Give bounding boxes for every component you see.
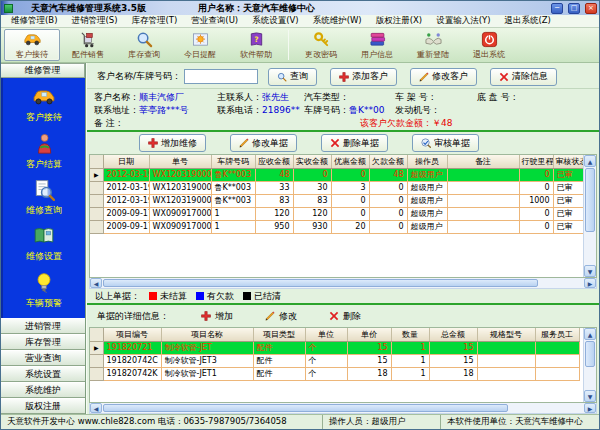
sidebar-item-3[interactable]: 维修查询 xyxy=(26,179,62,217)
toolbar-button-8[interactable]: 重新登陆 xyxy=(405,29,461,61)
row-selector[interactable]: ▶ xyxy=(90,168,103,181)
toolbar-button-6[interactable]: 更改密码 xyxy=(293,29,349,61)
menu-item[interactable]: 营业查询(U) xyxy=(184,15,245,27)
sidebar-item-4[interactable]: 维修设置 xyxy=(26,225,62,263)
sidebar-button-1[interactable]: 进销管理 xyxy=(1,318,85,334)
column-header[interactable]: 实收金额 xyxy=(293,155,331,168)
detail-action-3-button[interactable]: 删除 xyxy=(329,310,361,323)
details-horizontal-scrollbar[interactable]: ◀ ▶ xyxy=(89,403,597,414)
search-action-3-button[interactable]: 修改客户 xyxy=(410,68,477,86)
table-row[interactable]: 191820742K制冷软管-JET1配件个18118 xyxy=(90,367,579,380)
toolbar-button-4[interactable]: 今日提醒 xyxy=(172,29,228,61)
menu-item[interactable]: 进销管理(S) xyxy=(64,15,124,27)
close-button[interactable]: × xyxy=(585,3,597,14)
scrollbar-track[interactable] xyxy=(584,233,596,265)
column-header[interactable]: 单价 xyxy=(347,328,391,341)
row-selector[interactable] xyxy=(90,354,103,367)
scrollbar-track[interactable] xyxy=(539,278,584,288)
column-header[interactable]: 单位 xyxy=(305,328,347,341)
scrollbar-track[interactable] xyxy=(584,368,596,390)
sidebar-item-5[interactable]: 车辆预警 xyxy=(26,272,62,310)
table-row[interactable]: 2012-03-19WX1203190002鲁K**003333030超级用户0… xyxy=(90,181,583,194)
toolbar-button-9[interactable]: 退出系统 xyxy=(461,29,517,61)
row-selector[interactable] xyxy=(90,181,103,194)
order-action-2-button[interactable]: 修改单据 xyxy=(230,134,297,152)
scroll-left-icon[interactable]: ◀ xyxy=(90,403,102,413)
scrollbar-thumb[interactable] xyxy=(103,279,538,287)
sidebar-header-repair-management[interactable]: 维修管理 xyxy=(1,63,85,78)
scrollbar-track[interactable] xyxy=(509,403,584,413)
toolbar-button-3[interactable]: 库存查询 xyxy=(116,29,172,61)
table-row[interactable]: 191820742C制冷软管-JET3配件个15115 xyxy=(90,354,579,367)
row-selector[interactable] xyxy=(90,207,103,220)
menu-item[interactable]: 设置输入法(Y) xyxy=(429,15,497,27)
column-header[interactable]: 规格型号 xyxy=(477,328,535,341)
search-action-4-button[interactable]: 清除信息 xyxy=(490,68,557,86)
column-header[interactable]: 总金额 xyxy=(429,328,477,341)
sidebar-button-2[interactable]: 库存管理 xyxy=(1,334,85,350)
column-header[interactable]: 项目名称 xyxy=(161,328,253,341)
scroll-down-icon[interactable]: ▼ xyxy=(584,265,596,277)
table-row[interactable]: ▶191820721制冷软管-JET配件个15115 xyxy=(90,341,579,354)
toolbar-button-5[interactable]: ?软件帮助 xyxy=(228,29,284,61)
menu-item[interactable]: 退出系统(Z) xyxy=(497,15,557,27)
menu-item[interactable]: 系统维护(W) xyxy=(306,15,369,27)
detail-action-1-button[interactable]: 增加 xyxy=(201,310,233,323)
table-row[interactable]: 2009-09-17WX0909170005112012000超级用户0已审 xyxy=(90,207,583,220)
row-selector[interactable]: ▶ xyxy=(90,341,103,354)
menu-item[interactable]: 维修管理(B) xyxy=(4,15,64,27)
sidebar-item-2[interactable]: 客户结算 xyxy=(26,133,62,171)
scroll-left-icon[interactable]: ◀ xyxy=(90,278,102,288)
restore-button[interactable]: □ xyxy=(568,3,580,14)
search-action-1-button[interactable]: 查询 xyxy=(268,68,317,86)
table-row[interactable]: ▶2012-03-19WX1203190003鲁K**003480048超级用户… xyxy=(90,168,583,181)
row-selector[interactable] xyxy=(90,194,103,207)
scroll-up-icon[interactable]: ▲ xyxy=(584,155,596,167)
column-header[interactable]: 单号 xyxy=(149,155,211,168)
table-row[interactable]: 2012-03-19WX1203190001鲁K**003838300超级用户1… xyxy=(90,194,583,207)
column-header[interactable]: 项目类型 xyxy=(253,328,305,341)
column-header[interactable]: 项目编号 xyxy=(103,328,161,341)
menu-item[interactable]: 系统设置(V) xyxy=(245,15,305,27)
detail-action-2-button[interactable]: 修改 xyxy=(265,310,297,323)
toolbar-button-1[interactable]: 客户接待 xyxy=(4,29,60,61)
table-row[interactable]: 2009-09-17WX09091700041950930200超级用户0已审 xyxy=(90,220,583,233)
column-header[interactable]: 审核状态 xyxy=(553,155,583,168)
details-vertical-scrollbar[interactable]: ▲ ▼ xyxy=(583,328,596,402)
scrollbar-thumb[interactable] xyxy=(585,341,595,367)
scrollbar-thumb[interactable] xyxy=(585,168,595,232)
order-action-4-button[interactable]: 审核单据 xyxy=(412,134,479,152)
column-header[interactable]: 数量 xyxy=(391,328,429,341)
orders-vertical-scrollbar[interactable]: ▲ ▼ xyxy=(583,155,596,277)
scrollbar-thumb[interactable] xyxy=(103,404,508,412)
column-header[interactable]: 优惠金额 xyxy=(331,155,369,168)
minimize-button[interactable]: ─ xyxy=(551,3,563,14)
row-selector[interactable] xyxy=(90,220,103,233)
toolbar-button-2[interactable]: 配件销售 xyxy=(60,29,116,61)
sidebar-button-3[interactable]: 营业查询 xyxy=(1,350,85,366)
column-header[interactable]: 车牌号码 xyxy=(211,155,255,168)
scroll-up-icon[interactable]: ▲ xyxy=(584,328,596,340)
order-action-3-button[interactable]: 删除单据 xyxy=(321,134,388,152)
sidebar-button-5[interactable]: 系统维护 xyxy=(1,382,85,398)
column-header[interactable]: 备注 xyxy=(447,155,519,168)
sidebar-item-1[interactable]: 客户接待 xyxy=(26,86,62,124)
scroll-down-icon[interactable]: ▼ xyxy=(584,390,596,402)
sidebar-button-6[interactable]: 版权注册 xyxy=(1,398,85,414)
menu-item[interactable]: 版权注册(X) xyxy=(369,15,429,27)
row-selector[interactable] xyxy=(90,367,103,380)
orders-horizontal-scrollbar[interactable]: ◀ ▶ xyxy=(89,278,597,289)
sidebar-button-4[interactable]: 系统设置 xyxy=(1,366,85,382)
menu-item[interactable]: 库存管理(T) xyxy=(125,15,185,27)
order-action-1-button[interactable]: 增加维修 xyxy=(139,134,206,152)
toolbar-button-7[interactable]: 用户信息 xyxy=(349,29,405,61)
column-header[interactable]: 服务员工 xyxy=(535,328,579,341)
scroll-right-icon[interactable]: ▶ xyxy=(584,403,596,413)
column-header[interactable]: 应收金额 xyxy=(255,155,293,168)
column-header[interactable]: 操作员 xyxy=(407,155,447,168)
search-action-2-button[interactable]: 添加客户 xyxy=(330,68,397,86)
column-header[interactable]: 日期 xyxy=(103,155,149,168)
search-input[interactable] xyxy=(184,69,258,84)
scroll-right-icon[interactable]: ▶ xyxy=(584,278,596,288)
column-header[interactable]: 行驶里程 xyxy=(519,155,553,168)
